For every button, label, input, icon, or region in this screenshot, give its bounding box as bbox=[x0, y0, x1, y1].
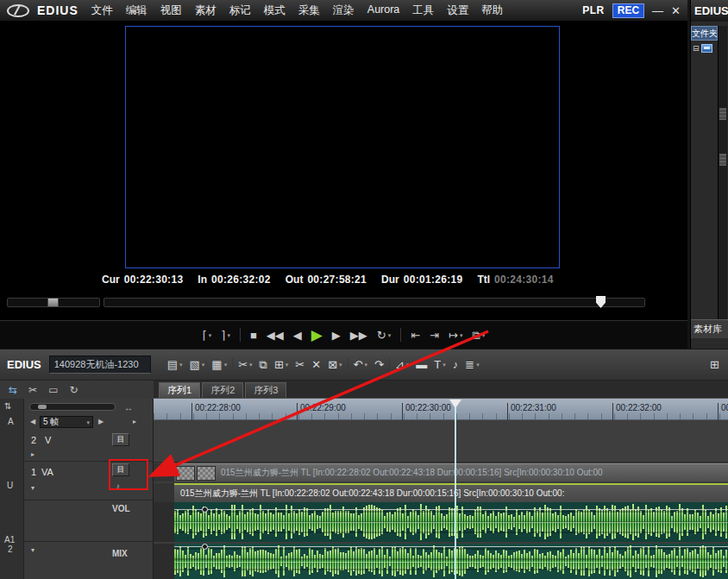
shuttle-slider[interactable] bbox=[7, 298, 100, 307]
position-slider[interactable] bbox=[104, 298, 645, 307]
chevron-down-icon[interactable]: ▾ bbox=[476, 362, 480, 368]
track-2v-expand-icon[interactable]: ▸ bbox=[31, 450, 35, 458]
clip-main-row[interactable]: 015兰州威力狮-兰州 TL [In:00:22:28:02 Out:00:22… bbox=[174, 483, 728, 502]
new-sequence-button[interactable]: ▤ ▾ bbox=[166, 355, 185, 375]
menu-file[interactable]: 文件 bbox=[91, 3, 113, 18]
folder-tree-item[interactable]: ⊟ bbox=[693, 44, 712, 53]
chevron-down-icon[interactable]: ▾ bbox=[227, 332, 230, 338]
chevron-down-icon[interactable]: ▾ bbox=[460, 332, 463, 338]
open-project-button[interactable]: ▧ ▾ bbox=[188, 355, 207, 375]
device-setup-button[interactable]: ⧉ ▾ bbox=[472, 330, 485, 341]
voice-over-button[interactable]: ♪ bbox=[451, 355, 461, 375]
chevron-down-icon[interactable]: ▾ bbox=[364, 362, 367, 368]
track-1va-expand-icon[interactable]: ▾ bbox=[31, 484, 35, 492]
set-out-button[interactable]: ⌉ ▾ bbox=[221, 330, 230, 341]
menu-marker[interactable]: 标记 bbox=[229, 3, 251, 18]
chevron-down-icon[interactable]: ▾ bbox=[249, 362, 253, 368]
clip-info-row[interactable]: 015兰州威力狮-兰州 TL [In:00:22:28:02 Out:00:22… bbox=[174, 463, 728, 481]
tree-collapse-icon[interactable]: ⊟ bbox=[693, 44, 700, 53]
audio-mixer-button[interactable]: ≣ ▾ bbox=[463, 355, 480, 375]
step-forward-button[interactable]: ▶ bbox=[98, 418, 104, 425]
timeline-ruler[interactable]: 00:22:28:00 00:22:29:00 00:22:30:00 00:2… bbox=[154, 399, 728, 420]
menu-view[interactable]: 视图 bbox=[160, 3, 182, 18]
ripple-delete-button[interactable]: ⊠ ▾ bbox=[326, 355, 343, 375]
menu-edit[interactable]: 编辑 bbox=[126, 3, 147, 18]
folder-tab[interactable]: 文件夹 bbox=[691, 26, 718, 41]
set-in-button[interactable]: ⌈ ▾ bbox=[203, 330, 212, 341]
patch-a-label[interactable]: A bbox=[8, 417, 14, 426]
tab-sequence-3[interactable]: 序列3 bbox=[245, 382, 286, 398]
close-button[interactable]: ✕ bbox=[671, 5, 681, 16]
audio-waveform-2[interactable] bbox=[174, 544, 728, 579]
chevron-down-icon[interactable]: ▾ bbox=[209, 332, 212, 338]
chevron-down-icon[interactable]: ▾ bbox=[179, 362, 183, 368]
export-button[interactable]: ↦ ▾ bbox=[449, 330, 462, 341]
chevron-down-icon[interactable]: ▾ bbox=[339, 362, 342, 368]
vol-label[interactable]: VOL bbox=[112, 504, 130, 513]
step-back-button[interactable]: ◀ bbox=[30, 418, 35, 425]
rec-mode-button[interactable]: REC bbox=[612, 3, 644, 18]
delete-button[interactable]: ✕ bbox=[310, 355, 323, 375]
chevron-down-icon[interactable]: ▾ bbox=[406, 362, 410, 368]
menu-help[interactable]: 帮助 bbox=[481, 3, 503, 18]
copy-button[interactable]: ⧉ bbox=[258, 355, 269, 375]
stop-button[interactable]: ■ bbox=[250, 330, 257, 341]
sync-lock-toggle[interactable]: ⇅ bbox=[4, 401, 11, 411]
track-2v-header[interactable]: 2 V 目 ▸ bbox=[24, 430, 153, 462]
match-frame-button[interactable]: ⊿ ▾ bbox=[393, 355, 411, 375]
menu-settings[interactable]: 设置 bbox=[447, 3, 468, 18]
timescale-slider[interactable] bbox=[29, 403, 116, 411]
layout-button[interactable]: ⊞ bbox=[708, 355, 721, 375]
track-2v-visibility-toggle[interactable]: 目 bbox=[112, 433, 129, 446]
scrollbar-thumb[interactable] bbox=[719, 108, 726, 120]
timeline-mode-button[interactable]: ▬ bbox=[414, 355, 429, 375]
chevron-down-icon[interactable]: ▾ bbox=[388, 332, 392, 338]
save-project-button[interactable]: ▦ ▾ bbox=[210, 355, 229, 375]
chevron-down-icon[interactable]: ▾ bbox=[202, 362, 205, 368]
menu-capture[interactable]: 采集 bbox=[298, 3, 320, 18]
loop-mode-button[interactable]: ↻ bbox=[69, 384, 78, 396]
menu-clip[interactable]: 素材 bbox=[195, 3, 217, 18]
tab-sequence-1[interactable]: 序列1 bbox=[159, 382, 200, 398]
chevron-down-icon[interactable]: ▾ bbox=[86, 419, 90, 425]
fast-forward-button[interactable]: ▶▶ bbox=[350, 330, 367, 341]
chevron-down-icon[interactable]: ▾ bbox=[442, 362, 446, 368]
patch-u-label[interactable]: U bbox=[7, 481, 13, 490]
goto-out-button[interactable]: ⇥ bbox=[430, 330, 439, 341]
redo-button[interactable]: ↷ bbox=[373, 355, 386, 375]
volume-keyframe-node[interactable] bbox=[202, 507, 208, 513]
scrollbar-thumb[interactable] bbox=[719, 154, 726, 166]
track-2v-lane[interactable] bbox=[154, 420, 728, 463]
rewind-button[interactable]: ◀◀ bbox=[267, 330, 284, 341]
ripple-cut-button[interactable]: ✂ bbox=[293, 355, 306, 375]
menu-aurora[interactable]: Aurora bbox=[367, 3, 400, 18]
ripple-mode-button[interactable]: ✂ bbox=[28, 384, 37, 396]
fit-width-icon[interactable]: ↔ bbox=[124, 403, 133, 412]
timescale-thumb[interactable] bbox=[38, 405, 47, 409]
patch-a2-label[interactable]: 2 bbox=[8, 544, 13, 554]
sync-mode-button[interactable]: ⇆ bbox=[9, 384, 17, 396]
undo-button[interactable]: ↶ ▾ bbox=[352, 355, 369, 375]
mixer-expand-icon[interactable]: ▾ bbox=[31, 546, 35, 554]
next-frame-button[interactable]: ▶ bbox=[332, 330, 341, 341]
mix-label[interactable]: MIX bbox=[112, 549, 128, 558]
loop-button[interactable]: ↻ ▾ bbox=[377, 330, 391, 341]
volume-rubber-band[interactable] bbox=[174, 509, 728, 510]
bin-scrollbar[interactable] bbox=[718, 26, 727, 319]
chevron-down-icon[interactable]: ▾ bbox=[224, 362, 228, 368]
frame-step-field[interactable]: 5 帧 ▾ bbox=[40, 416, 93, 428]
paste-button[interactable]: ⊞ ▾ bbox=[273, 355, 290, 375]
add-title-button[interactable]: T ▾ bbox=[432, 355, 447, 375]
patch-a1-label[interactable]: A1 bbox=[4, 535, 15, 544]
prev-frame-button[interactable]: ◀ bbox=[293, 330, 302, 341]
panel-splitter-icon[interactable]: ▸ bbox=[133, 418, 136, 425]
minimize-button[interactable]: — bbox=[652, 5, 663, 16]
chevron-down-icon[interactable]: ▾ bbox=[482, 332, 486, 338]
position-marker[interactable] bbox=[596, 296, 606, 308]
cut-button[interactable]: ✂ ▾ bbox=[236, 355, 254, 375]
goto-in-button[interactable]: ⇤ bbox=[411, 330, 420, 341]
shuttle-thumb[interactable] bbox=[47, 298, 59, 307]
volume-rubber-band[interactable] bbox=[174, 546, 728, 547]
audio-waveform-1[interactable] bbox=[174, 502, 728, 542]
project-name-field[interactable]: 140928无机油-1230 bbox=[49, 356, 151, 374]
